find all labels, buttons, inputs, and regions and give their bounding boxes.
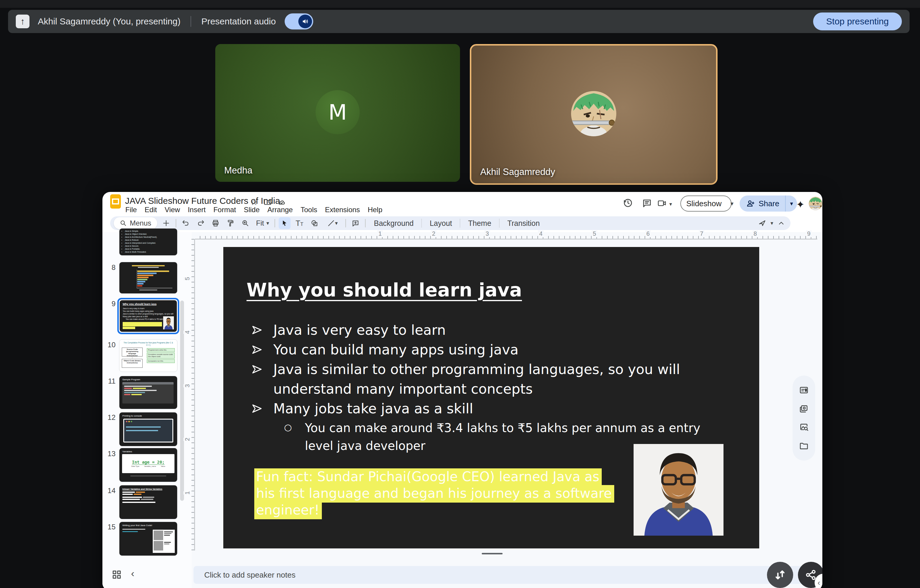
account-avatar[interactable] [809,197,822,210]
divider [345,219,346,227]
slide-canvas[interactable]: Why you should learn java Java is very e… [223,247,759,548]
zoom-icon-button[interactable] [240,217,251,229]
pen-caret[interactable]: ▾ [771,220,773,226]
text-box-button[interactable]: TT [293,217,306,229]
arrow-bullet-icon [251,320,273,340]
speaker-notes-box[interactable]: Click to add speaker notes [194,566,819,584]
present-screen-icon: ↑ [16,15,29,28]
thumbnail-content [119,491,177,503]
fun-fact-highlight: Fun fact: Sundar Pichai(Google CEO) lear… [254,468,614,519]
arrow-bullet-icon [251,359,273,399]
menu-extensions[interactable]: Extensions [321,205,364,215]
theme-button[interactable]: Theme [463,219,496,228]
slide-thumbnail-13[interactable]: Variables Int age = 20; Data Type Variab… [119,448,177,482]
folder-icon[interactable] [799,441,809,451]
slide-number: 13 [104,450,115,458]
grid-view-button[interactable] [111,569,122,581]
photos-icon[interactable] [799,404,809,414]
undo-button[interactable] [180,217,192,229]
menu-help[interactable]: Help [364,205,386,215]
search-icon [120,220,127,227]
chart-bar [137,277,149,278]
print-button[interactable] [210,217,222,229]
redo-button[interactable] [195,217,207,229]
participant-tile-medha[interactable]: M Medha [215,44,460,182]
toggle-knob [298,15,312,28]
paint-format-button[interactable] [225,217,236,229]
slide-thumbnail-11[interactable]: Sample Program [119,376,177,409]
divider [191,16,191,27]
meet-dropdown-caret[interactable]: ▾ [669,201,672,207]
gemini-sparkle-icon[interactable]: ✦ [796,199,805,210]
menu-slide[interactable]: Slide [240,205,264,215]
highlight-block [123,322,162,326]
slide-thumbnail-8[interactable] [119,262,177,294]
menu-bar: File Edit View Insert Format Slide Arran… [121,205,386,215]
new-slide-button[interactable] [160,217,172,229]
thumb8-bars [137,270,173,288]
collapse-toolbar-icon[interactable] [777,219,785,227]
menu-edit[interactable]: Edit [141,205,161,215]
contact-card-icon[interactable] [799,385,809,395]
meet-video-icon[interactable] [657,199,667,209]
chart-bar [137,279,147,280]
thumbnail-content: Why you should learn java Java is very e… [120,300,177,332]
code-editor-mini [122,382,173,404]
version-history-icon[interactable] [623,198,633,209]
chart-bar [137,273,157,274]
layout-button[interactable]: Layout [425,219,457,228]
shape-button[interactable] [308,217,321,229]
scroll-mode-fab[interactable] [767,562,793,588]
menu-format[interactable]: Format [210,205,240,215]
slide-thumbnail-7[interactable]: Java is Simple. Java is Object Oriented.… [119,228,177,255]
side-panel-rail [792,376,815,460]
background-button[interactable]: Background [369,219,418,228]
terminal-mini [123,419,173,443]
menus-label: Menus [130,219,151,227]
slide-thumbnail-10[interactable]: The Compilation Process for Non-java Pro… [119,339,177,372]
slide-number: 15 [104,523,115,531]
slideshow-dropdown-caret[interactable]: ▾ [727,200,737,207]
menu-tools[interactable]: Tools [296,205,321,215]
presenter-bar: ↑ Akhil Sagamreddy (You, presenting) Pre… [8,10,910,33]
stop-presenting-button[interactable]: Stop presenting [813,13,902,30]
notes-resize-handle[interactable] [482,553,502,554]
slide-thumbnail-9-selected[interactable]: Why you should learn java Java is very e… [117,298,179,334]
share-dropdown-caret[interactable]: ▾ [786,200,797,207]
image-search-icon[interactable] [799,423,809,432]
zoom-fit-select[interactable]: Fit ▾ [254,219,271,227]
select-tool-button[interactable] [279,217,291,229]
slides-toolbar: Menus Fit ▾ [110,216,790,230]
slide-thumbnail-15[interactable]: Writing your first Java Code! [119,522,177,556]
menu-insert[interactable]: Insert [184,205,210,215]
slide-number: 10 [104,341,115,349]
slide-thumbnail-12[interactable]: Printing to console [119,412,177,446]
participant-name-akhil: Akhil Sagamreddy [480,166,555,177]
line-caret: ▾ [335,220,338,226]
menu-arrange[interactable]: Arrange [264,205,296,215]
slideshow-button[interactable]: Slideshow ▾ [680,195,732,212]
presentation-audio-toggle[interactable] [285,13,313,29]
transition-button[interactable]: Transition [502,219,544,228]
pen-tool-icon[interactable] [758,219,766,227]
slide-bullets: Java is very easy to learn You can build… [251,320,724,455]
divider [176,219,176,227]
menus-search-button[interactable]: Menus [114,217,157,229]
presenter-label: Akhil Sagamreddy (You, presenting) [38,16,180,26]
insert-comment-button[interactable] [350,217,361,229]
slide-thumbnail-14[interactable]: Integer Variables and String Variables [119,485,177,519]
menu-view[interactable]: View [161,205,184,215]
comments-icon[interactable] [642,198,652,209]
cursor-icon [281,220,288,227]
share-button[interactable]: Share ▾ [740,195,797,212]
meme-panel [153,530,175,553]
line-button[interactable]: ▾ [323,217,342,229]
chart-bar [137,275,153,276]
menu-file[interactable]: File [121,205,141,215]
participant-tile-akhil[interactable]: Akhil Sagamreddy [470,44,718,185]
slides-app-icon[interactable] [110,194,121,208]
chart-bar [137,281,145,283]
slide-number: 11 [104,377,115,385]
arrow-bullet-icon [251,340,273,359]
collapse-filmstrip-chevron[interactable]: ‹ [131,567,134,579]
